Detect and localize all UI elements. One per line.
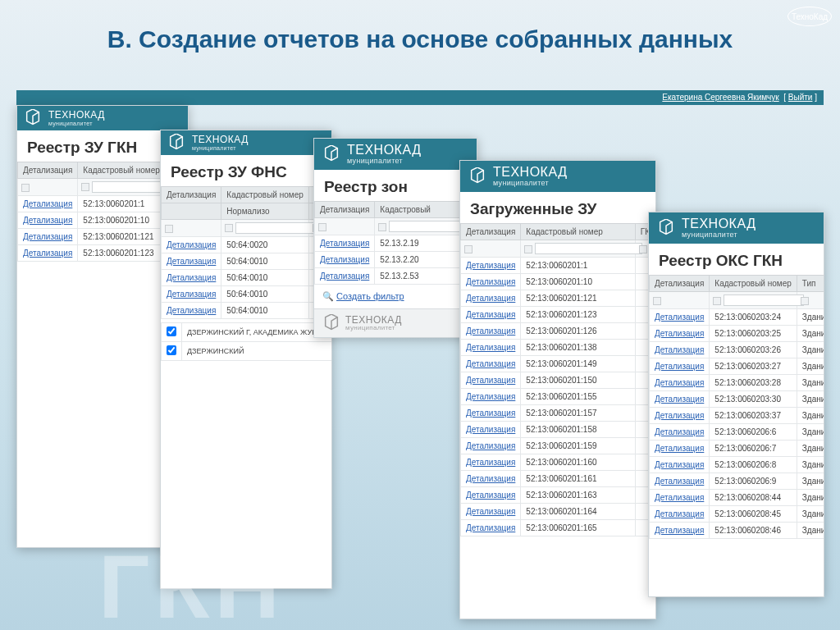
technokad-logo-icon	[167, 134, 185, 152]
row-checkbox[interactable]	[167, 345, 176, 355]
detail-link[interactable]: Детализация	[655, 427, 704, 436]
detail-link[interactable]: Детализация	[23, 199, 72, 208]
detail-link[interactable]: Детализация	[466, 458, 515, 467]
filter-input[interactable]	[535, 243, 641, 254]
detail-link[interactable]: Детализация	[167, 290, 216, 299]
filter-icon[interactable]	[21, 184, 30, 192]
filter-icon[interactable]	[801, 297, 809, 305]
window-header: ТЕХНОКАД муниципалитет	[649, 212, 824, 244]
col-detail[interactable]: Детализация	[315, 202, 375, 218]
col-detail[interactable]: Детализация	[162, 187, 221, 203]
table-row: Детализация52:13:0060201:165	[461, 520, 655, 536]
col-type[interactable]: Тип	[797, 276, 824, 292]
detail-link[interactable]: Детализация	[23, 232, 72, 241]
cell-type: Здание	[797, 375, 824, 391]
col-detail[interactable]: Детализация	[461, 224, 521, 240]
cell: 52:13:0060201:165	[521, 520, 635, 536]
brand-sub: муниципалитет	[48, 121, 105, 126]
detail-link[interactable]: Детализация	[466, 310, 515, 319]
filter-icon[interactable]	[378, 223, 386, 231]
subcol-normalize[interactable]: Нормализо	[221, 203, 308, 220]
detail-link[interactable]: Детализация	[466, 294, 515, 303]
cell: 50:64:0010	[221, 270, 308, 286]
detail-link[interactable]: Детализация	[466, 491, 515, 500]
detail-link[interactable]: Детализация	[320, 239, 369, 248]
table-row: Детализация52:13:0060201:163	[461, 487, 655, 504]
detail-link[interactable]: Детализация	[655, 378, 704, 387]
detail-link[interactable]: Детализация	[23, 216, 72, 225]
filter-icon[interactable]	[165, 225, 173, 233]
detail-link[interactable]: Детализация	[466, 277, 515, 286]
detail-link[interactable]: Детализация	[167, 306, 216, 315]
detail-link[interactable]: Детализация	[655, 444, 704, 453]
user-bar: Екатерина Сергеевна Якимчук [ Выйти ]	[16, 90, 824, 105]
table-row: Детализация52:13:0060206:8Здание	[650, 457, 825, 473]
detail-link[interactable]: Детализация	[655, 460, 704, 469]
detail-link[interactable]: Детализация	[466, 425, 515, 434]
detail-link[interactable]: Детализация	[466, 392, 515, 401]
window-reestr-zu-fns: ТЕХНОКАД муниципалитет Реестр ЗУ ФНС Дет…	[160, 130, 332, 589]
table-row: Детализация52:13:0060201:10	[461, 274, 655, 290]
detail-link[interactable]: Детализация	[23, 249, 72, 258]
detail-link[interactable]: Детализация	[655, 362, 704, 371]
detail-link[interactable]: Детализация	[655, 329, 704, 338]
detail-link[interactable]: Детализация	[655, 477, 704, 486]
col-detail[interactable]: Детализация	[18, 162, 78, 179]
filter-row	[650, 292, 825, 309]
cell: 52:13:0060201:159	[521, 438, 635, 454]
table-row: Детализация52:13:0060201:158	[461, 422, 655, 438]
detail-link[interactable]: Детализация	[655, 411, 704, 420]
detail-link[interactable]: Детализация	[655, 395, 704, 404]
filter-icon[interactable]	[464, 245, 472, 253]
detail-link[interactable]: Детализация	[466, 376, 515, 385]
filter-icon[interactable]	[653, 297, 661, 305]
detail-link[interactable]: Детализация	[655, 313, 704, 322]
cell: 52:13:0060206:9	[710, 473, 797, 490]
brand-main: ТЕХНОКАД	[347, 144, 421, 158]
window-header: ТЕХНОКАД муниципалитет	[314, 139, 477, 170]
detail-link[interactable]: Детализация	[466, 441, 515, 450]
detail-link[interactable]: Детализация	[466, 326, 515, 336]
detail-link[interactable]: Детализация	[655, 493, 704, 502]
filter-icon[interactable]	[81, 183, 89, 191]
filter-icon[interactable]	[713, 297, 721, 305]
table-row: Детализация50:64:001050:64:0010	[162, 303, 333, 319]
col-cadnum[interactable]: Кадастровый номер	[521, 224, 635, 240]
detail-link[interactable]: Детализация	[466, 409, 515, 418]
detail-link[interactable]: Детализация	[320, 272, 369, 281]
user-name-link[interactable]: Екатерина Сергеевна Якимчук	[662, 93, 778, 102]
detail-link[interactable]: Детализация	[466, 343, 515, 352]
detail-link[interactable]: Детализация	[167, 273, 216, 282]
detail-link[interactable]: Детализация	[466, 359, 515, 368]
detail-link[interactable]: Детализация	[167, 240, 216, 249]
cell: 52:13:0060201:149	[521, 356, 635, 372]
table-row: Детализация52:13:0060201:123	[461, 307, 655, 323]
table-row: Детализация50:64:001050:64:0010	[162, 270, 333, 286]
window-header: ТЕХНОКАД муниципалитет	[460, 161, 655, 192]
col-detail[interactable]: Детализация	[650, 276, 710, 292]
detail-link[interactable]: Детализация	[320, 255, 369, 264]
filter-icon[interactable]	[225, 224, 233, 232]
detail-link[interactable]: Детализация	[466, 523, 515, 532]
table-row: Детализация52:13:0060201:138	[461, 340, 655, 356]
detail-link[interactable]: Детализация	[167, 257, 216, 266]
row-checkbox[interactable]	[167, 326, 176, 336]
detail-link[interactable]: Детализация	[466, 261, 515, 270]
filter-input[interactable]	[235, 222, 315, 234]
cell-type: Здание	[797, 408, 824, 424]
detail-link[interactable]: Детализация	[466, 474, 515, 483]
create-filter-link[interactable]: Создать фильтр	[336, 291, 404, 301]
col-cadnum[interactable]: Кадастровый номер	[710, 276, 797, 292]
table-row: Детализация52:13:0060201:164	[461, 504, 655, 520]
slide-canvas: Екатерина Сергеевна Якимчук [ Выйти ] ТЕ…	[0, 90, 840, 630]
col-cadnum[interactable]: Кадастровый номер	[221, 187, 308, 203]
logout-link[interactable]: Выйти	[788, 93, 813, 102]
filter-icon[interactable]	[639, 245, 647, 253]
filter-icon[interactable]	[524, 245, 532, 253]
detail-link[interactable]: Детализация	[655, 345, 704, 354]
filter-input[interactable]	[724, 294, 803, 306]
detail-link[interactable]: Детализация	[466, 507, 515, 516]
detail-link[interactable]: Детализация	[655, 509, 704, 518]
detail-link[interactable]: Детализация	[655, 526, 704, 535]
filter-icon[interactable]	[318, 223, 326, 231]
